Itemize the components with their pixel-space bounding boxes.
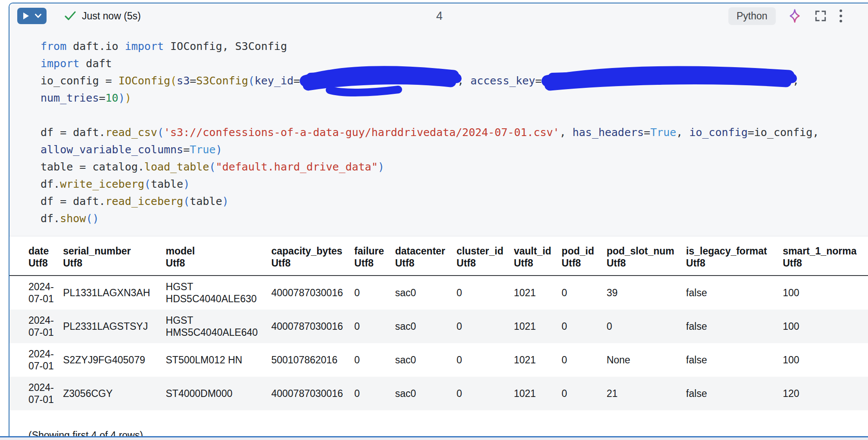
column-header: is_legacy_formatUtf8 (686, 236, 783, 276)
table-cell: 1021 (514, 377, 562, 410)
output-area: dateUtf8serial_numberUtf8modelUtf8capaci… (9, 236, 868, 437)
table-cell: false (686, 276, 783, 310)
column-header: vault_idUtf8 (514, 236, 562, 276)
table-cell: 0 (562, 343, 606, 377)
table-cell: 2024-07-01 (9, 310, 63, 343)
column-header: pod_idUtf8 (562, 236, 606, 276)
table-cell: S2ZYJ9FG405079 (63, 343, 165, 377)
toolbar-right-group: Python (728, 3, 843, 28)
table-cell: sac0 (395, 310, 457, 343)
table-cell: None (606, 343, 686, 377)
notebook-cell: Just now (5s) 4 Python (9, 3, 868, 437)
table-cell: false (686, 377, 783, 410)
page-gutter (0, 437, 868, 440)
code-line: allow_variable_columns=True) (41, 141, 868, 158)
table-cell: 0 (354, 310, 395, 343)
table-row: 2024-07-01PL1331LAGXN3AHHGST HDS5C4040AL… (9, 276, 868, 310)
table-header-row: dateUtf8serial_numberUtf8modelUtf8capaci… (9, 236, 868, 276)
column-header: datacenterUtf8 (395, 236, 457, 276)
table-row: 2024-07-01S2ZYJ9FG405079ST500LM012 HN500… (9, 343, 868, 377)
table-cell: 100 (783, 310, 868, 343)
row-count-note: (Showing first 4 of 4 rows) (9, 429, 868, 437)
table-cell: 1021 (514, 343, 562, 377)
table-cell: 1021 (514, 276, 562, 310)
redacted-key-id (306, 74, 451, 87)
table-cell: 21 (606, 377, 686, 410)
table-cell: false (686, 343, 783, 377)
table-cell: 0 (562, 276, 606, 310)
dataframe-table: dateUtf8serial_numberUtf8modelUtf8capaci… (9, 236, 868, 410)
code-line (41, 107, 868, 124)
table-cell: 1021 (514, 310, 562, 343)
table-cell: sac0 (395, 276, 457, 310)
fullscreen-button[interactable] (814, 9, 827, 23)
code-line: from daft.io import IOConfig, S3Config (41, 38, 868, 55)
success-check-icon (65, 11, 76, 21)
code-line: df.write_iceberg(table) (41, 176, 868, 193)
table-cell: HGST HMS5C4040ALE640 (166, 310, 272, 343)
table-cell: sac0 (395, 377, 457, 410)
column-header: pod_slot_numUtf8 (606, 236, 686, 276)
table-cell: 0 (562, 310, 606, 343)
table-cell: 0 (354, 276, 395, 310)
table-cell: sac0 (395, 343, 457, 377)
execution-status: Just now (5s) (82, 10, 141, 22)
table-cell: Z3056CGY (63, 377, 165, 410)
code-line: io_config = IOConfig(s3=S3Config(key_id=… (41, 72, 868, 90)
column-header: capacity_bytesUtf8 (271, 236, 354, 276)
table-cell: ST4000DM000 (166, 377, 272, 410)
table-cell: ST500LM012 HN (166, 343, 272, 377)
column-header: smart_1_normaUtf8 (783, 236, 868, 276)
table-cell: 0 (456, 343, 514, 377)
cell-menu-button[interactable] (839, 9, 843, 23)
table-cell: 0 (606, 310, 686, 343)
redacted-access-key (548, 74, 786, 87)
table-cell: 100 (783, 343, 868, 377)
table-cell: 0 (456, 310, 514, 343)
sparkle-ai-button[interactable] (787, 8, 802, 24)
table-cell: 4000787030016 (271, 377, 354, 410)
play-icon (23, 12, 29, 20)
table-cell: 0 (456, 276, 514, 310)
table-cell: false (686, 310, 783, 343)
sparkle-icon (787, 8, 802, 24)
table-row: 2024-07-01Z3056CGYST4000DM00040007870300… (9, 377, 868, 410)
cell-number: 4 (436, 9, 443, 23)
code-line: df.show() (41, 210, 868, 227)
table-cell: 500107862016 (271, 343, 354, 377)
chevron-down-icon (35, 14, 41, 18)
table-cell: 4000787030016 (271, 310, 354, 343)
table-cell: PL2331LAGSTSYJ (63, 310, 165, 343)
table-cell: PL1331LAGXN3AH (63, 276, 165, 310)
column-header: failureUtf8 (354, 236, 395, 276)
table-row: 2024-07-01PL2331LAGSTSYJHGST HMS5C4040AL… (9, 310, 868, 343)
fullscreen-icon (814, 9, 827, 23)
table-cell: 39 (606, 276, 686, 310)
table-cell: 2024-07-01 (9, 377, 63, 410)
code-line: table = catalog.load_table("default.hard… (41, 158, 868, 176)
table-cell: 0 (354, 377, 395, 410)
code-editor[interactable]: from daft.io import IOConfig, S3Configim… (9, 28, 868, 236)
column-header: serial_numberUtf8 (63, 236, 165, 276)
table-cell: 0 (456, 377, 514, 410)
table-cell: 100 (783, 276, 868, 310)
table-cell: 2024-07-01 (9, 343, 63, 377)
cell-toolbar: Just now (5s) 4 Python (9, 3, 868, 28)
table-cell: 4000787030016 (271, 276, 354, 310)
column-header: dateUtf8 (9, 236, 63, 276)
table-cell: 2024-07-01 (9, 276, 63, 310)
table-cell: 0 (354, 343, 395, 377)
table-cell: 120 (783, 377, 868, 410)
table-cell: HGST HDS5C4040ALE630 (166, 276, 272, 310)
kebab-menu-icon (839, 9, 843, 23)
code-line: df = daft.read_csv('s3://confessions-of-… (41, 124, 868, 141)
column-header: cluster_idUtf8 (456, 236, 514, 276)
language-badge[interactable]: Python (728, 7, 776, 25)
run-button[interactable] (17, 8, 47, 24)
column-header: modelUtf8 (166, 236, 272, 276)
code-line: df = daft.read_iceberg(table) (41, 193, 868, 210)
table-cell: 0 (562, 377, 606, 410)
notebook-page: Just now (5s) 4 Python (0, 0, 868, 440)
